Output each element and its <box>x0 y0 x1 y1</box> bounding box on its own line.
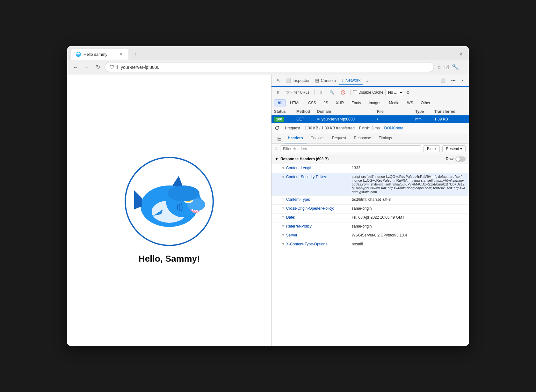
header-name-ct: Content-Type: <box>286 197 350 202</box>
col-status: Status <box>274 109 296 114</box>
inspector-icon: ⬜ <box>286 78 291 83</box>
filter-tab-js[interactable]: JS <box>320 99 332 106</box>
header-name: Content-Length: <box>286 166 350 170</box>
domcontent-link[interactable]: DOMConte... <box>384 126 407 130</box>
network-icon: ↕ <box>342 78 344 83</box>
separator <box>314 90 315 95</box>
cookies-tab[interactable]: Cookies <box>307 133 328 143</box>
network-button[interactable]: ↕ Network <box>339 76 363 85</box>
menu-icon[interactable]: ≡ <box>461 64 465 70</box>
filter-tab-media[interactable]: Media <box>385 99 403 106</box>
close-devtools-button[interactable]: × <box>459 76 466 85</box>
header-name-xcto: X-Content-Type-Options: <box>286 242 350 246</box>
resend-button[interactable]: Resend ▾ <box>442 145 466 152</box>
throttle-select[interactable]: No ... <box>385 89 404 96</box>
filter-tab-images[interactable]: Images <box>365 99 385 106</box>
header-row-content-type: ? Content-Type: text/html; charset=utf-8 <box>272 196 469 205</box>
browser-tab[interactable]: 🌐 Hello sammy! × <box>71 49 128 60</box>
raw-toggle-switch[interactable] <box>455 156 466 162</box>
more-options-button[interactable]: ••• <box>449 76 458 85</box>
response-tab[interactable]: Response <box>350 133 375 143</box>
table-row[interactable]: 200 GET ✏ your-server-ip:8000 / html 1.8… <box>272 115 469 123</box>
inspector-label: Inspector <box>293 78 309 83</box>
header-value: 1332 <box>352 166 360 170</box>
help-icon-server[interactable]: ? <box>282 233 284 238</box>
filter-tab-html[interactable]: HTML <box>286 99 304 106</box>
help-icon[interactable]: ? <box>282 166 284 171</box>
header-row-server: ? Server: WSGIServer/0.2 CPython/3.10.4 <box>272 231 469 240</box>
block-requests-button[interactable]: 🚫 <box>338 89 348 96</box>
separator2 <box>350 90 351 95</box>
clear-requests-button[interactable]: 🗑 <box>274 89 282 96</box>
header-name-server: Server: <box>286 233 350 237</box>
page-heading: Hello, Sammy! <box>139 254 200 264</box>
pause-button[interactable]: ⏸ <box>317 89 325 96</box>
transferred-info: 1.30 KB / 1.89 KB transferred <box>305 126 355 130</box>
window-close-button[interactable]: × <box>456 50 465 59</box>
filter-icon: ▽ <box>286 90 289 95</box>
header-name-ref: Referrer-Policy: <box>286 224 350 229</box>
console-button[interactable]: ▤ Console <box>313 76 338 85</box>
network-settings-button[interactable]: ⚙ <box>406 90 410 95</box>
inspector-button[interactable]: ⬜ Inspector <box>283 76 312 85</box>
filter-headers-bar: ▽ Block Resend ▾ <box>272 144 469 154</box>
responsive-design-button[interactable]: ⬜ <box>438 76 448 85</box>
cursor-tool-button[interactable]: ↖ <box>274 76 283 85</box>
filter-urls-button[interactable]: ▽ Filter URLs <box>284 89 312 96</box>
block-button[interactable]: Block <box>424 145 440 152</box>
disable-cache-label[interactable]: Disable Cache <box>353 90 383 95</box>
help-icon-xcto[interactable]: ? <box>282 242 284 247</box>
pocket-icon[interactable]: ☑ <box>444 64 449 71</box>
header-name-csp: Content-Security-Policy: <box>286 175 350 179</box>
filter-tab-all[interactable]: All <box>274 99 286 106</box>
refresh-button[interactable]: ↻ <box>94 63 102 71</box>
header-row-xcto: ? X-Content-Type-Options: nosniff <box>272 240 469 249</box>
filter-tabs: All HTML CSS JS XHR Fonts Images Media W… <box>272 98 469 108</box>
summary-bar: ⏱ 1 request 1.30 KB / 1.89 KB transferre… <box>272 123 469 133</box>
headers-tab[interactable]: Headers <box>284 133 307 143</box>
address-bar[interactable]: 🛡 ℹ your-server-ip:8000 <box>105 62 434 72</box>
row-domain: ✏ your-server-ip:8000 <box>317 117 377 121</box>
filter-tab-xhr[interactable]: XHR <box>332 99 347 106</box>
timings-tab[interactable]: Timings <box>375 133 396 143</box>
response-headers-section[interactable]: ▼ Response Headers (603 B) Raw <box>272 154 469 164</box>
content-area: Hello, Sammy! ↖ ⬜ Inspector ▤ Console ↕ … <box>67 75 469 346</box>
filter-tab-other[interactable]: Other <box>417 99 434 106</box>
request-count: 1 request <box>284 126 300 130</box>
browser-window: 🌐 Hello sammy! × + × ← → ↻ 🛡 ℹ your-serv… <box>67 46 469 346</box>
new-tab-button[interactable]: + <box>131 50 140 59</box>
svg-point-15 <box>168 185 199 201</box>
toggle-knob <box>456 157 460 161</box>
filter-headers-input[interactable] <box>280 145 421 152</box>
network-table-header: Status Method Domain File Type Transferr… <box>272 108 469 115</box>
disable-cache-checkbox[interactable] <box>353 90 357 94</box>
bookmark-icon[interactable]: ☆ <box>437 64 442 71</box>
search-button[interactable]: 🔍 <box>327 89 337 96</box>
url-display[interactable]: your-server-ip:8000 <box>121 65 429 70</box>
request-tab[interactable]: Request <box>328 133 350 143</box>
help-icon-coop[interactable]: ? <box>282 207 284 212</box>
filter-tab-css[interactable]: CSS <box>305 99 320 106</box>
wrench-icon[interactable]: 🔧 <box>452 64 459 71</box>
col-transferred: Transferred <box>434 109 466 114</box>
help-icon-ct[interactable]: ? <box>282 198 284 203</box>
raw-toggle[interactable]: Raw <box>446 156 466 162</box>
help-icon-ref[interactable]: ? <box>282 224 284 229</box>
help-icon-csp[interactable]: ? <box>282 175 284 180</box>
filter-tab-fonts[interactable]: Fonts <box>348 99 365 106</box>
page-content: Hello, Sammy! <box>67 75 271 346</box>
header-row-coop: ? Cross-Origin-Opener-Policy: same-origi… <box>272 205 469 214</box>
back-button[interactable]: ← <box>71 63 80 71</box>
tab-close-button[interactable]: × <box>118 51 124 57</box>
status-badge: 200 <box>274 117 296 121</box>
address-bar-security-icons: 🛡 ℹ <box>109 64 118 70</box>
filter-tab-ws[interactable]: WS <box>403 99 416 106</box>
help-icon-date[interactable]: ? <box>282 215 284 221</box>
more-tools-button[interactable]: » <box>364 76 371 85</box>
info-icon: ℹ <box>116 64 118 70</box>
header-value-coop: same-origin <box>352 206 372 211</box>
devtools-toolbar: ↖ ⬜ Inspector ▤ Console ↕ Network » ⬜ ••… <box>272 75 469 87</box>
request-icon-btn[interactable]: ▤ <box>275 134 284 143</box>
row-file: / <box>377 117 415 121</box>
forward-button[interactable]: → <box>83 63 91 71</box>
